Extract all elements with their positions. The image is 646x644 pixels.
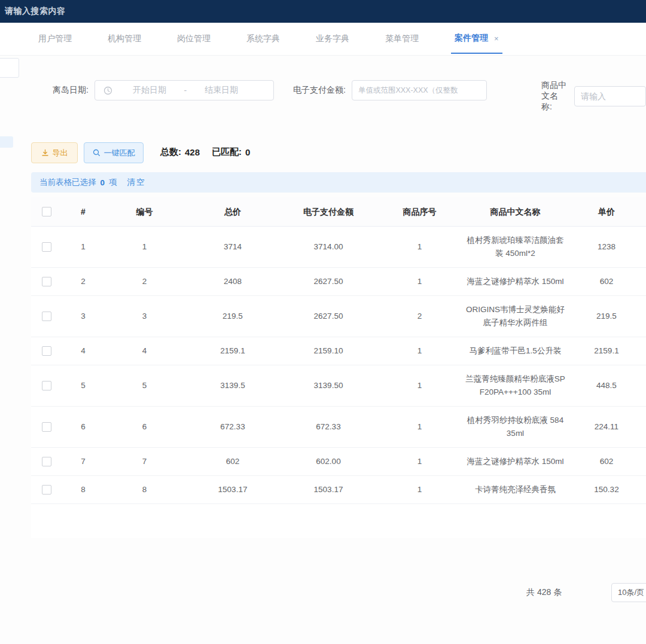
cell-epay: 1503.17 (281, 476, 376, 503)
cell-code: 7 (104, 448, 185, 475)
cell-unit: 224.11 (568, 413, 645, 441)
cell-index: 2 (62, 268, 104, 295)
tab-item-2[interactable]: 岗位管理 (173, 24, 214, 54)
row-checkbox[interactable] (42, 485, 51, 495)
one-key-match-button[interactable]: 一键匹配 (84, 142, 144, 163)
cell-total: 1503.17 (185, 476, 281, 503)
cell-index: 1 (62, 233, 104, 261)
cell-epay: 3139.50 (281, 372, 376, 399)
total-label: 总数: (160, 146, 181, 158)
table-row[interactable]: 4 4 2159.1 2159.10 1 马爹利蓝带干邑1.5公升装 2159.… (31, 337, 646, 365)
cell-unit: 448.5 (568, 372, 645, 399)
cell-unit: 150.32 (568, 476, 645, 503)
select-all-checkbox[interactable] (42, 207, 51, 216)
tab-bar: 用户管理 机构管理 岗位管理 系统字典 业务字典 菜单管理 案件管理 × (0, 23, 646, 56)
cell-name: 海蓝之谜修护精萃水 150ml (463, 448, 568, 475)
tab-item-6[interactable]: 案件管理 × (451, 24, 502, 54)
cell-code: 3 (104, 303, 185, 330)
date-separator: - (178, 86, 193, 95)
export-button-label: 导出 (53, 148, 68, 158)
header-unit: 单价 (568, 197, 645, 226)
tab-item-0[interactable]: 用户管理 (35, 24, 75, 54)
cell-unit: 219.5 (568, 303, 645, 330)
cell-name: 卡诗菁纯亮泽经典香氛 (463, 476, 568, 503)
cell-code: 8 (104, 476, 185, 503)
table-row[interactable]: 3 3 219.5 2627.50 2 ORIGINS韦博士灵芝焕能好底子精华水… (31, 296, 646, 337)
cell-total: 3714 (185, 233, 281, 261)
cell-epay: 3714.00 (281, 233, 376, 261)
tab-item-4[interactable]: 业务字典 (312, 24, 353, 54)
cell-epay: 2627.50 (281, 303, 376, 330)
selection-bar: 当前表格已选择 0 项 清空 (31, 172, 646, 193)
table-row[interactable]: 7 7 602 602.00 1 海蓝之谜修护精萃水 150ml 602 (31, 448, 646, 476)
cell-name: 兰蔻菁纯臻颜精华粉底液SPF20PA+++100 35ml (463, 365, 568, 406)
match-button-label: 一键匹配 (104, 148, 135, 158)
selection-count: 0 (99, 178, 106, 187)
cell-index: 5 (62, 372, 104, 399)
tab-item-3[interactable]: 系统字典 (243, 24, 284, 54)
cell-code: 2 (104, 268, 185, 295)
cell-total: 672.33 (185, 413, 281, 441)
table-row[interactable]: 6 6 672.33 672.33 1 植村秀羽纱持妆粉底液 584 35ml … (31, 407, 646, 448)
row-checkbox[interactable] (42, 381, 51, 390)
cell-epay: 2627.50 (281, 268, 376, 295)
filter-date-group: 离岛日期: 开始日期 - 结束日期 (53, 80, 274, 100)
cell-seq: 1 (376, 337, 463, 365)
global-search-input[interactable]: 请输入搜索内容 (5, 6, 66, 17)
matched-value: 0 (245, 147, 250, 157)
tab-close-icon[interactable]: × (494, 34, 499, 43)
table-row[interactable]: 8 8 1503.17 1503.17 1 卡诗菁纯亮泽经典香氛 150.32 (31, 476, 646, 504)
row-checkbox[interactable] (42, 242, 51, 252)
header-name: 商品中文名称 (463, 197, 568, 226)
cell-index: 6 (62, 413, 104, 441)
cell-total: 2159.1 (185, 337, 281, 365)
collapsed-panel-box[interactable] (0, 58, 19, 78)
cell-index: 7 (62, 448, 104, 475)
tab-item-5[interactable]: 菜单管理 (382, 24, 422, 54)
tab-item-1[interactable]: 机构管理 (104, 24, 145, 54)
end-date-input[interactable]: 结束日期 (193, 85, 250, 96)
selection-suffix: 项 (109, 177, 117, 188)
row-checkbox[interactable] (42, 312, 51, 321)
cell-seq: 1 (376, 476, 463, 503)
amount-filter-label: 电子支付金额: (293, 85, 346, 96)
row-checkbox[interactable] (42, 422, 51, 432)
cell-seq: 1 (376, 233, 463, 261)
cell-name: 海蓝之谜修护精萃水 150ml (463, 268, 568, 295)
clipped-left-button[interactable] (0, 136, 13, 148)
date-range-picker[interactable]: 开始日期 - 结束日期 (95, 80, 274, 100)
cell-seq: 2 (376, 303, 463, 330)
top-navbar: 请输入搜索内容 (0, 0, 646, 23)
product-name-input[interactable] (574, 86, 646, 106)
cell-total: 3139.5 (185, 372, 281, 399)
cell-index: 8 (62, 476, 104, 503)
cell-name: 植村秀新琥珀臻萃洁颜油套装 450ml*2 (463, 227, 568, 267)
amount-input[interactable] (352, 80, 487, 100)
row-checkbox[interactable] (42, 457, 51, 466)
cell-unit: 602 (568, 448, 645, 475)
header-total: 总价 (185, 197, 281, 226)
total-value: 428 (185, 147, 200, 157)
row-checkbox[interactable] (42, 346, 51, 356)
header-code: 编号 (104, 197, 185, 226)
export-button[interactable]: 导出 (31, 142, 78, 163)
clear-selection-link[interactable]: 清空 (127, 177, 146, 188)
page-size-select[interactable]: 10条/页 (611, 583, 646, 602)
cell-name: ORIGINS韦博士灵芝焕能好底子精华水两件组 (463, 296, 568, 337)
cell-name: 植村秀羽纱持妆粉底液 584 35ml (463, 407, 568, 447)
matched-label: 已匹配: (212, 146, 242, 158)
start-date-input[interactable]: 开始日期 (121, 85, 178, 96)
cell-code: 1 (104, 233, 185, 261)
cell-code: 5 (104, 372, 185, 399)
table-row[interactable]: 2 2 2408 2627.50 1 海蓝之谜修护精萃水 150ml 602 (31, 268, 646, 296)
table-row[interactable]: 5 5 3139.5 3139.50 1 兰蔻菁纯臻颜精华粉底液SPF20PA+… (31, 365, 646, 407)
table-row[interactable]: 1 1 3714 3714.00 1 植村秀新琥珀臻萃洁颜油套装 450ml*2… (31, 227, 646, 268)
cell-code: 4 (104, 337, 185, 365)
cell-unit: 602 (568, 268, 645, 295)
page-size-value: 10条/页 (618, 587, 644, 598)
row-checkbox[interactable] (42, 277, 51, 286)
select-all-cell (31, 199, 62, 224)
header-epay: 电子支付金额 (281, 197, 376, 226)
pagination-total: 共 428 条 (526, 587, 562, 598)
cell-epay: 672.33 (281, 413, 376, 441)
